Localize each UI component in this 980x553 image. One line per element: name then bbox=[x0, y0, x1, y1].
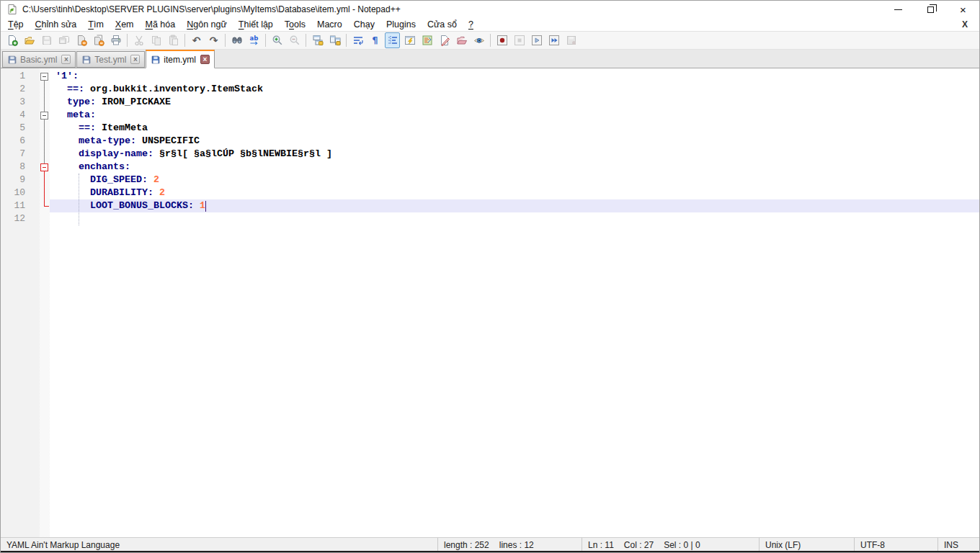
menu-item-chay[interactable]: Chạy bbox=[348, 18, 380, 31]
line-number: 5 bbox=[1, 122, 40, 135]
document-map-button[interactable] bbox=[419, 32, 435, 48]
macro-run-multiple-button[interactable] bbox=[546, 32, 561, 48]
code-line-8[interactable]: enchants: bbox=[50, 161, 979, 174]
toolbar-separator bbox=[127, 34, 128, 47]
document-list-button[interactable] bbox=[437, 32, 452, 48]
line-number-margin: 123456789101112 bbox=[1, 68, 40, 537]
code-line-11[interactable]: LOOT_BONUS_BLOCKS: 1 bbox=[50, 199, 979, 212]
line-number: 11 bbox=[1, 199, 40, 212]
tab-test-yml[interactable]: Test.yml× bbox=[76, 51, 145, 68]
print-button[interactable] bbox=[108, 32, 123, 48]
menu-item-tools[interactable]: Tools bbox=[279, 18, 311, 31]
undo-button[interactable]: ↶ bbox=[189, 32, 204, 48]
restore-button[interactable] bbox=[914, 1, 947, 18]
monitoring-button[interactable] bbox=[471, 32, 486, 48]
redo-button[interactable]: ↷ bbox=[206, 32, 221, 48]
zoom-in-button[interactable] bbox=[270, 32, 285, 48]
save-all-button[interactable] bbox=[56, 32, 71, 48]
menu-item-macro[interactable]: Macro bbox=[311, 18, 348, 31]
status-ln: Ln : 11 bbox=[588, 540, 614, 550]
function-list-button[interactable] bbox=[402, 32, 417, 48]
find-button[interactable] bbox=[229, 32, 244, 48]
fold-marker-line-4[interactable] bbox=[40, 112, 48, 120]
menu-item-chinh-sua[interactable]: Chỉnh sửa bbox=[30, 18, 83, 31]
code-line-6[interactable]: meta-type: UNSPECIFIC bbox=[50, 135, 979, 148]
title-bar: C:\Users\tinh\Desktop\SERVER PLUGINS\ser… bbox=[1, 1, 979, 18]
word-wrap-button[interactable] bbox=[350, 32, 365, 48]
save-icon bbox=[41, 35, 53, 46]
code-line-10[interactable]: DURABILITY: 2 bbox=[50, 186, 979, 199]
menu-item-ma-hoa[interactable]: Mã hóa bbox=[140, 18, 182, 31]
menu-item-plugins[interactable]: Plugins bbox=[380, 18, 422, 31]
close-all-button[interactable] bbox=[91, 32, 106, 48]
folder-as-workspace-icon bbox=[456, 35, 468, 46]
text-area[interactable]: '1': ==: org.bukkit.inventory.ItemStack … bbox=[50, 68, 979, 537]
toolbar-separator bbox=[346, 34, 347, 47]
fold-marker-line-8[interactable] bbox=[40, 163, 48, 171]
copy-button[interactable] bbox=[148, 32, 164, 48]
notepad-plus-plus-app-icon bbox=[6, 4, 18, 15]
close-icon bbox=[76, 35, 87, 46]
code-line-4[interactable]: meta: bbox=[50, 109, 979, 122]
menu-item-help[interactable]: ? bbox=[463, 18, 479, 31]
macro-record-button[interactable] bbox=[494, 32, 509, 48]
macro-play-icon bbox=[531, 35, 543, 46]
cut-button[interactable] bbox=[131, 32, 146, 48]
minimize-button[interactable] bbox=[882, 1, 914, 18]
close-icon: × bbox=[960, 4, 966, 15]
line-number: 8 bbox=[1, 161, 40, 174]
sync-vertical-button[interactable] bbox=[310, 32, 325, 48]
tab-save-icon bbox=[81, 55, 92, 65]
toolbar-separator bbox=[225, 34, 226, 47]
close-button[interactable] bbox=[74, 32, 89, 48]
tab-basic-yml[interactable]: Basic.yml× bbox=[2, 51, 76, 68]
menu-close-button[interactable]: X bbox=[959, 18, 971, 31]
redo-icon: ↷ bbox=[208, 35, 220, 46]
tab-item-yml[interactable]: item.yml× bbox=[146, 50, 215, 68]
menu-item-ngon-ngu[interactable]: Ngôn ngữ bbox=[181, 18, 233, 31]
fold-line bbox=[44, 120, 45, 163]
menu-item-xem[interactable]: Xem bbox=[110, 18, 140, 31]
zoom-out-button[interactable] bbox=[287, 32, 302, 48]
folder-as-workspace-button[interactable] bbox=[454, 32, 469, 48]
tab-close-button[interactable]: × bbox=[200, 55, 210, 64]
status-encoding: UTF-8 bbox=[854, 538, 937, 552]
menu-item-tep[interactable]: Tệp bbox=[2, 18, 30, 31]
macro-save-button[interactable] bbox=[564, 32, 579, 48]
tab-label: Basic.yml bbox=[20, 55, 57, 65]
code-line-1[interactable]: '1': bbox=[50, 70, 979, 83]
macro-stop-button[interactable] bbox=[512, 32, 527, 48]
fold-marker-line-1[interactable] bbox=[40, 73, 48, 81]
menu-item-tim[interactable]: Tìm bbox=[82, 18, 110, 31]
show-all-characters-button[interactable]: ¶ bbox=[368, 32, 383, 48]
fold-line-corner bbox=[44, 206, 49, 207]
line-number: 4 bbox=[1, 109, 40, 122]
save-button[interactable] bbox=[39, 32, 54, 48]
indent-guide-button[interactable] bbox=[385, 32, 400, 48]
code-line-12[interactable] bbox=[50, 212, 979, 225]
tab-save-icon bbox=[7, 55, 17, 65]
code-line-5[interactable]: ==: ItemMeta bbox=[50, 122, 979, 135]
save-all-icon bbox=[58, 35, 70, 46]
tab-close-button[interactable]: × bbox=[130, 55, 140, 64]
replace-button[interactable]: ab bbox=[246, 32, 262, 48]
menu-item-thiet-lap[interactable]: Thiết lập bbox=[233, 18, 279, 31]
tab-bar: Basic.yml×Test.yml×item.yml× bbox=[1, 50, 979, 68]
code-line-7[interactable]: display-name: §r§l[ §a§lCÚP §b§lNEWBIE§r… bbox=[50, 148, 979, 161]
fold-margin bbox=[40, 68, 50, 537]
macro-play-button[interactable] bbox=[529, 32, 544, 48]
open-file-icon bbox=[24, 35, 35, 46]
zoom-in-icon bbox=[272, 35, 283, 46]
word-wrap-icon bbox=[352, 35, 364, 46]
new-file-button[interactable] bbox=[4, 32, 19, 48]
close-window-button[interactable]: × bbox=[947, 1, 979, 18]
code-line-3[interactable]: type: IRON_PICKAXE bbox=[50, 96, 979, 109]
find-icon bbox=[231, 35, 243, 46]
paste-button[interactable] bbox=[166, 32, 181, 48]
code-line-2[interactable]: ==: org.bukkit.inventory.ItemStack bbox=[50, 83, 979, 96]
sync-horizontal-button[interactable] bbox=[327, 32, 342, 48]
tab-close-button[interactable]: × bbox=[61, 55, 71, 64]
menu-item-cua-so[interactable]: Cửa sổ bbox=[422, 18, 463, 31]
open-file-button[interactable] bbox=[22, 32, 37, 48]
code-line-9[interactable]: DIG_SPEED: 2 bbox=[50, 174, 979, 186]
